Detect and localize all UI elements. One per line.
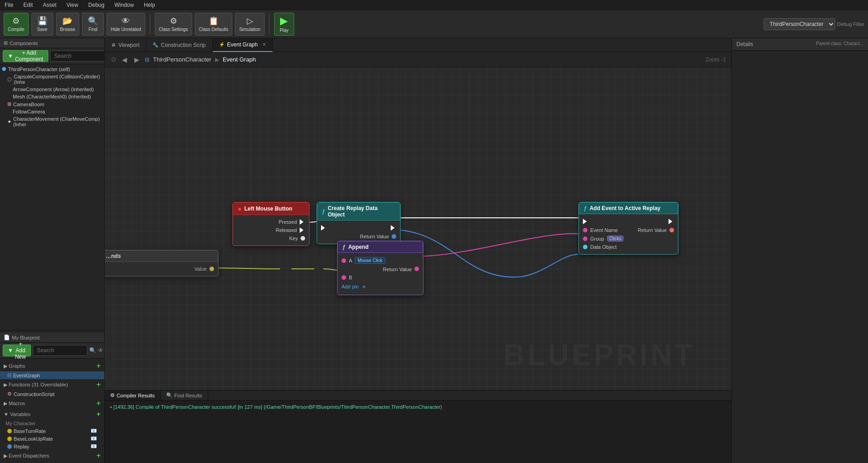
tree-item-mesh[interactable]: Mesh (CharacterMesh0) (Inherited) xyxy=(0,93,104,100)
tree-item-self[interactable]: ⬟ ThirdPersonCharacter (self) xyxy=(0,65,104,73)
graph-area[interactable]: ● Left Mouse Button Pressed Released Key xyxy=(105,67,731,390)
return-value-pin[interactable] xyxy=(392,234,396,239)
menu-view[interactable]: View xyxy=(65,1,80,9)
menu-window[interactable]: Window xyxy=(112,1,136,9)
pin-data-object[interactable]: Data Object xyxy=(579,243,678,251)
variables-section-header[interactable]: ▼ Variables + xyxy=(0,409,104,420)
menu-debug[interactable]: Debug xyxy=(87,1,106,9)
add-dispatcher-icon[interactable]: + xyxy=(97,452,101,460)
tree-item-movement[interactable]: ✦ CharacterMovement (CharMoveComp) (Inhe… xyxy=(0,115,104,128)
my-character-group: My Character xyxy=(0,420,104,427)
node-partial-left[interactable]: …nds Value xyxy=(105,250,219,277)
add-macro-icon[interactable]: + xyxy=(97,399,101,407)
star-icon[interactable]: ☆ xyxy=(110,55,117,64)
node-create-replay[interactable]: ƒ Create Replay Data Object Return Value xyxy=(317,202,401,244)
key-circle-pin[interactable] xyxy=(301,236,305,241)
blueprint-search-input[interactable] xyxy=(33,345,87,356)
class-defaults-button[interactable]: 📋 Class Defaults xyxy=(195,13,232,36)
breadcrumb-graph[interactable]: Event Graph xyxy=(223,56,256,63)
tree-item-followcamera[interactable]: FollowCamera xyxy=(0,108,104,115)
base-turn-rate-item[interactable]: BaseTurnRate 📧 xyxy=(0,427,104,435)
menu-help[interactable]: Help xyxy=(142,1,157,9)
pin-group[interactable]: Group Clicks xyxy=(579,234,678,243)
pin-b-circle[interactable] xyxy=(342,275,346,280)
tab-viewport[interactable]: 🖥 Viewport xyxy=(105,38,146,52)
add-graph-icon[interactable]: + xyxy=(97,362,101,370)
node-append[interactable]: ƒ Append A Mouse Click Return Value xyxy=(337,241,424,295)
tab-find-results[interactable]: 🔍 Find Results xyxy=(161,391,208,400)
pressed-exec-pin[interactable] xyxy=(300,219,305,225)
add-component-button[interactable]: ▼ + Add Component xyxy=(3,50,48,62)
base-lookup-rate-expose-icon: 📧 xyxy=(91,436,97,442)
pin-b[interactable]: B xyxy=(338,273,423,282)
hide-unrelated-button[interactable]: 👁 Hide Unrelated xyxy=(107,13,145,36)
pin-released[interactable]: Released xyxy=(233,226,309,234)
toolbar: ⚙ Compile 💾 Save 📂 Browse 🔍 Find 👁 Hide … xyxy=(0,10,868,38)
released-exec-pin[interactable] xyxy=(300,227,305,233)
tree-item-capsule[interactable]: ⬡ CapsuleComponent (CollisionCylinder) (… xyxy=(0,73,104,86)
eye-icon[interactable]: 👁 xyxy=(98,347,103,354)
construction-script-item[interactable]: ⚙ ConstructionScript xyxy=(0,390,104,398)
node-left-mouse-button[interactable]: ● Left Mouse Button Pressed Released Key xyxy=(232,202,310,246)
tree-item-cameraboom[interactable]: ⊞ CameraBoom xyxy=(0,100,104,108)
pin-return-value-out[interactable]: Return Value xyxy=(638,227,674,233)
add-event-exec-out[interactable] xyxy=(669,219,674,224)
menu-asset[interactable]: Asset xyxy=(41,1,58,9)
tab-construction[interactable]: 🔧 Construction Scrip xyxy=(146,38,212,52)
find-button[interactable]: 🔍 Find xyxy=(82,13,104,36)
create-replay-exec-in[interactable] xyxy=(321,225,327,231)
forward-button[interactable]: ▶ xyxy=(133,55,141,64)
close-tab-icon[interactable]: ✕ xyxy=(262,42,266,47)
partial-value-pin[interactable] xyxy=(209,267,214,271)
simulation-button[interactable]: ▷ Simulation xyxy=(235,13,265,36)
node-add-event[interactable]: ƒ Add Event to Active Replay Event Name xyxy=(578,202,679,255)
pin-return-value[interactable]: Return Value xyxy=(317,232,400,241)
group-pin[interactable] xyxy=(583,237,587,241)
add-pin-icon[interactable]: + xyxy=(362,283,366,290)
partial-node-title: …nds xyxy=(106,253,121,259)
event-name-pin[interactable] xyxy=(583,228,587,232)
return-value-append-pin[interactable] xyxy=(414,267,419,271)
class-settings-button[interactable]: ⚙ Class Settings xyxy=(155,13,192,36)
pin-a-value[interactable]: Mouse Click xyxy=(355,257,385,264)
tab-compiler-results[interactable]: ⚙ Compiler Results xyxy=(105,391,161,400)
browse-button[interactable]: 📂 Browse xyxy=(56,13,79,36)
event-graph-item[interactable]: ⊟ EventGraph xyxy=(0,371,104,379)
pin-a[interactable]: A Mouse Click xyxy=(338,256,423,265)
event-dispatchers-section-header[interactable]: ▶ Event Dispatchers + xyxy=(0,450,104,461)
breadcrumb-class[interactable]: ThirdPersonCharacter xyxy=(153,56,211,63)
functions-section-header[interactable]: ▶ Functions (31 Overridable) + xyxy=(0,379,104,390)
pin-pressed[interactable]: Pressed xyxy=(233,218,309,226)
data-object-pin[interactable] xyxy=(583,245,587,249)
add-variable-icon[interactable]: + xyxy=(97,410,101,418)
debug-selector[interactable]: ThirdPersonCharacter xyxy=(764,18,835,30)
return-value-out-pin[interactable] xyxy=(669,228,674,232)
graphs-section-header[interactable]: ▶ Graphs + xyxy=(0,360,104,371)
pin-event-name-in[interactable]: Event Name xyxy=(583,227,618,233)
add-pin[interactable]: Add pin + xyxy=(338,282,423,292)
blueprint-icon: 📄 xyxy=(4,334,10,340)
tree-item-arrow[interactable]: ArrowComponent (Arrow) (Inherited) xyxy=(0,86,104,93)
base-lookup-rate-item[interactable]: BaseLookUpRate 📧 xyxy=(0,435,104,442)
menu-file[interactable]: File xyxy=(3,1,15,9)
component-search-input[interactable] xyxy=(50,51,105,62)
back-button[interactable]: ◀ xyxy=(120,55,129,64)
menu-edit[interactable]: Edit xyxy=(21,1,35,9)
event-graph-icon: ⊟ xyxy=(7,372,11,378)
add-event-exec-in[interactable] xyxy=(583,219,588,224)
macros-section-header[interactable]: ▶ Macros + xyxy=(0,398,104,409)
compile-button[interactable]: ⚙ Compile xyxy=(4,13,29,36)
pin-partial-value[interactable]: Value xyxy=(105,265,218,273)
pin-a-circle[interactable] xyxy=(342,258,346,263)
node-add-event-header: ƒ Add Event to Active Replay xyxy=(579,202,678,214)
add-function-icon[interactable]: + xyxy=(97,381,101,389)
tab-event-graph[interactable]: ⚡ Event Graph ✕ xyxy=(213,38,273,52)
play-button[interactable]: ▶ Play xyxy=(274,13,294,36)
base-lookup-rate-icon xyxy=(7,437,12,441)
add-new-button[interactable]: ▼ + Add New xyxy=(3,345,31,356)
pin-key[interactable]: Key xyxy=(233,234,309,242)
capsule-icon: ⬡ xyxy=(7,77,12,82)
replay-item[interactable]: Replay 📧 xyxy=(0,442,104,450)
create-replay-exec-out[interactable] xyxy=(391,225,396,231)
save-button[interactable]: 💾 Save xyxy=(31,13,53,36)
